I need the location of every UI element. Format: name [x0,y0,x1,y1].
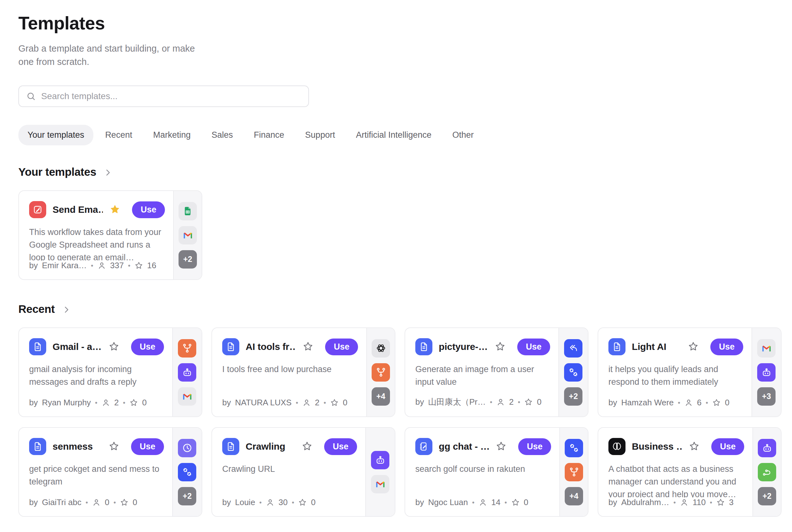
favorite-star-icon[interactable] [302,341,314,353]
section-recent: Recent Gmail - a… Use gmail analysis for… [18,303,792,517]
favorite-star-icon[interactable] [689,441,700,452]
template-title: Crawling [246,441,295,452]
by-label: by [29,398,38,407]
section-header: Your templates [18,166,792,178]
users-count: 2 [114,398,119,407]
template-meta: by Ngoc Luan • 14 • 0 [415,497,551,507]
template-card-header: senmess Use [29,438,164,455]
dot-separator: • [91,262,93,270]
more-apps-badge: +2 [178,250,197,268]
template-card-header: AI tools fr… Use [222,338,358,355]
dot-separator: • [710,498,712,507]
template-card[interactable]: Light AI Use it helps you qualify leads … [598,327,781,417]
tab-sales[interactable]: Sales [202,125,242,145]
template-card-main: Business … Use A chatbot that acts as a … [598,428,752,516]
template-card[interactable]: Gmail - a… Use gmail analysis for incomi… [18,327,202,417]
gmail-icon [178,226,197,245]
section-title: Your templates [18,166,96,178]
star-outline-icon [716,498,725,507]
openai-icon [372,339,390,358]
template-title: senmess [53,441,102,452]
chevron-right-icon[interactable] [103,168,113,177]
author-name: Louie [235,497,255,507]
template-card-header: pictyure-… Use [415,338,550,355]
gmail-icon [757,339,775,358]
dot-separator: • [259,498,262,507]
dot-separator: • [292,498,294,507]
person-icon [496,398,505,406]
more-apps-badge: +2 [758,487,776,506]
author-name: 山田康太（Pr… [428,397,486,407]
clock-icon [178,439,196,457]
by-label: by [29,497,38,507]
favorite-star-icon[interactable] [496,441,507,452]
plug-icon [564,363,582,382]
favorite-star-filled-icon[interactable] [109,204,121,215]
users-count: 110 [693,497,706,507]
use-button[interactable]: Use [710,339,743,355]
favorite-star-icon[interactable] [688,341,699,353]
template-description: Generate an image from a user input valu… [415,363,550,388]
template-card[interactable]: gg chat - … Use search golf course in ra… [405,427,588,517]
gmail-icon [371,475,389,493]
template-card-main: senmess Use get price cokget and send me… [19,428,172,516]
tab-other[interactable]: Other [443,125,483,145]
users-count: 2 [509,397,514,407]
more-apps-badge: +4 [372,387,390,406]
document-icon [29,338,46,355]
tab-finance[interactable]: Finance [245,125,293,145]
star-outline-icon [120,498,129,507]
reply-arrow-icon [564,339,582,358]
template-card[interactable]: Send Ema… Use This workflow takes data f… [18,190,202,280]
page-subtitle: Grab a template and start building, or m… [18,42,205,69]
favorite-star-icon[interactable] [301,441,313,452]
template-meta: by GiaiTri abc • 0 • 0 [29,497,164,507]
section-title: Recent [18,303,55,316]
template-app-icons: +3 [752,328,781,416]
star-outline-icon [130,398,138,407]
tab-your-templates[interactable]: Your templates [18,125,93,145]
use-button[interactable]: Use [131,438,164,455]
template-card[interactable]: pictyure-… Use Generate an image from a … [405,327,588,417]
use-button[interactable]: Use [324,438,357,455]
use-button[interactable]: Use [711,438,744,455]
template-card[interactable]: AI tools fr… Use I tools free and low pu… [211,327,395,417]
stars-count: 0 [537,397,541,407]
dot-separator: • [673,498,676,507]
dot-separator: • [505,498,507,507]
use-button[interactable]: Use [325,339,358,355]
person-icon [97,261,106,270]
document-icon [609,338,625,355]
template-card[interactable]: Crawling Use Crawling URL by Louie • 30 … [211,427,395,517]
stars-count: 0 [343,398,347,407]
template-card-main: Gmail - a… Use gmail analysis for incomi… [19,328,172,416]
tab-support[interactable]: Support [296,125,344,145]
use-button[interactable]: Use [132,202,165,218]
use-button[interactable]: Use [517,339,550,355]
tab-marketing[interactable]: Marketing [144,125,200,145]
search-input[interactable] [41,91,301,101]
chevron-right-icon[interactable] [62,305,71,315]
template-card-header: Crawling Use [222,438,357,455]
template-card[interactable]: senmess Use get price cokget and send me… [18,427,202,517]
your-templates-grid: Send Ema… Use This workflow takes data f… [18,190,792,280]
by-label: by [29,261,38,270]
use-button[interactable]: Use [518,438,551,455]
document-icon [222,438,239,455]
favorite-star-icon[interactable] [495,341,506,353]
author-name: Abdulrahm… [621,497,669,507]
use-button[interactable]: Use [131,339,164,355]
template-description: A chatbot that acts as a business manage… [609,463,744,497]
favorite-star-icon[interactable] [108,441,120,452]
template-card[interactable]: Business … Use A chatbot that acts as a … [598,427,781,517]
tab-recent[interactable]: Recent [96,125,141,145]
dot-separator: • [706,399,708,407]
tab-artificial-intelligence[interactable]: Artificial Intelligence [347,125,441,145]
star-outline-icon [712,398,721,407]
template-meta: by Ryan Murphy • 2 • 0 [29,398,164,407]
favorite-star-icon[interactable] [108,341,120,353]
dot-separator: • [324,399,326,407]
robot-icon [757,363,775,382]
dot-separator: • [296,399,298,407]
users-count: 14 [491,497,500,507]
